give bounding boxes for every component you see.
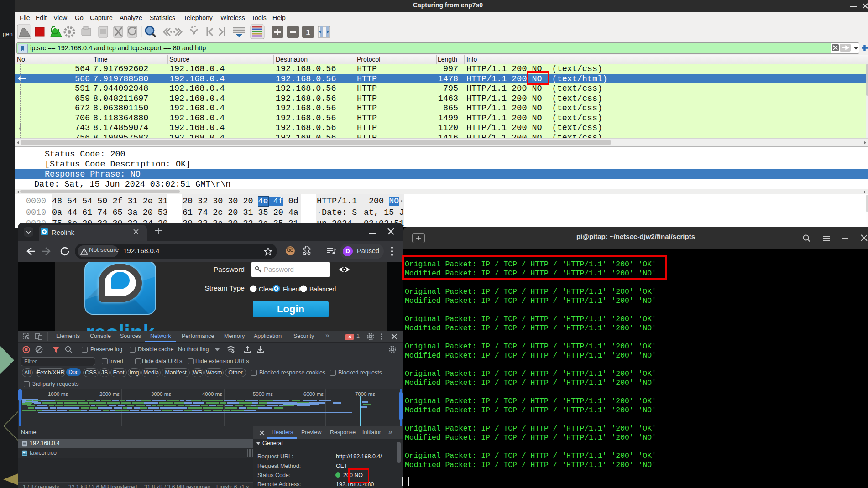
- svg-text:1: 1: [306, 28, 310, 37]
